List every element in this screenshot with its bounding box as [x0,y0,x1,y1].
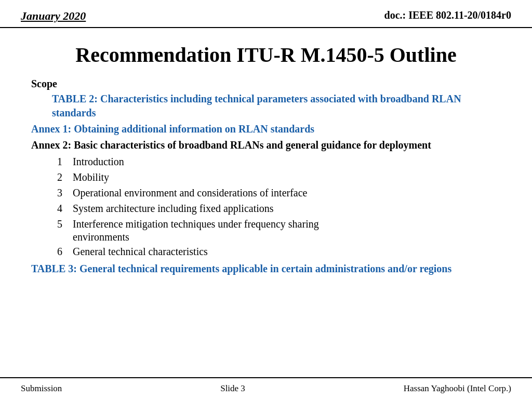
item-number: 6 [57,244,73,259]
slide-footer: Submission Slide 3 Hassan Yaghoobi (Inte… [0,377,532,399]
list-item: 6 General technical characteristics [57,244,501,259]
item-number: 2 [57,170,73,184]
list-item: 1 Introduction [57,154,501,169]
item-text: Operational environment and consideratio… [73,185,308,200]
item-number: 5 [57,217,73,231]
footer-slide-number: Slide 3 [220,383,245,394]
slide: January 2020 doc.: IEEE 802.11-20/0184r0… [0,0,532,399]
item-text: System architecture including fixed appl… [73,201,274,216]
list-item: 4 System architecture including fixed ap… [57,201,501,216]
header-date: January 2020 [21,9,86,23]
list-item: 5 Interference mitigation techniques und… [57,217,501,243]
list-item: 3 Operational environment and considerat… [57,185,501,200]
annex2-text: Annex 2: Basic characteristics of broadb… [31,138,501,152]
item-number: 1 [57,154,73,169]
item-text: Introduction [73,154,124,169]
item-number: 4 [57,201,73,216]
numbered-list: 1 Introduction 2 Mobility 3 Operational … [57,154,501,259]
footer-author: Hassan Yaghoobi (Intel Corp.) [404,383,511,394]
item-text: Mobility [73,170,109,184]
footer-submission: Submission [21,383,62,394]
item-text: Interference mitigation techniques under… [73,217,319,231]
table2-link[interactable]: TABLE 2: Characteristics including techn… [52,92,501,120]
table3-link[interactable]: TABLE 3: General technical requirements … [31,262,501,276]
item-text: General technical characteristics [73,244,208,259]
annex1-link[interactable]: Annex 1: Obtaining additional informatio… [31,122,501,136]
slide-title: Recommendation ITU-R M.1450-5 Outline [0,28,532,78]
slide-header: January 2020 doc.: IEEE 802.11-20/0184r0 [0,0,532,28]
header-doc-ref: doc.: IEEE 802.11-20/0184r0 [384,9,511,21]
list-item: 2 Mobility [57,170,501,184]
item-continuation: environments [73,231,501,243]
item-number: 3 [57,185,73,200]
scope-label: Scope [31,78,501,90]
slide-content: Scope TABLE 2: Characteristics including… [0,78,532,281]
